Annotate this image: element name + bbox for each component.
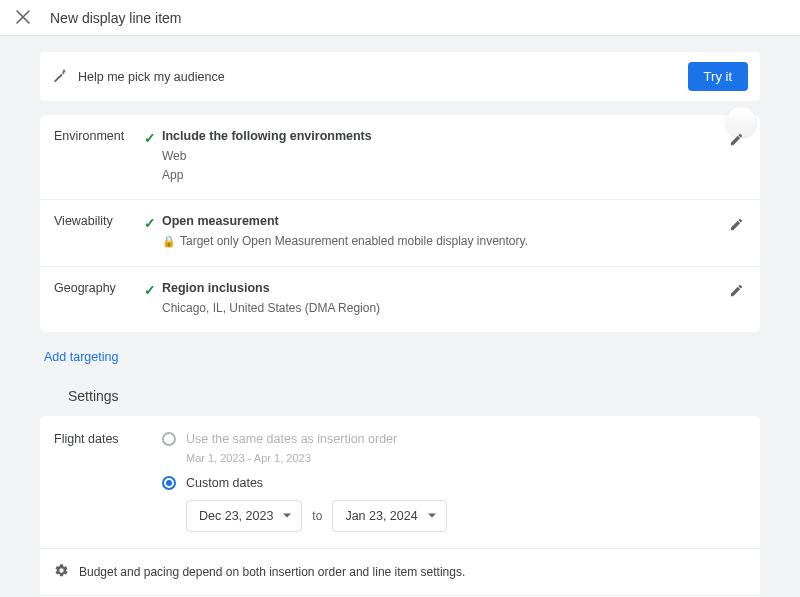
viewability-note: 🔒 Target only Open Measurement enabled m… <box>162 232 726 251</box>
to-label: to <box>312 509 322 523</box>
settings-card: Flight dates Use the same dates as inser… <box>40 416 760 597</box>
magic-wand-icon <box>52 67 68 86</box>
check-icon: ✓ <box>144 282 156 298</box>
edit-icon[interactable] <box>726 214 746 234</box>
try-it-button[interactable]: Try it <box>688 62 748 91</box>
audience-helper-bar: Help me pick my audience Try it <box>40 52 760 101</box>
edit-icon[interactable] <box>726 129 746 149</box>
environment-item: App <box>162 166 726 185</box>
gear-icon <box>54 563 69 581</box>
geography-heading: ✓ Region inclusions <box>162 281 726 295</box>
edit-icon[interactable] <box>726 281 746 301</box>
geography-region: Chicago, IL, United States (DMA Region) <box>162 299 726 318</box>
radio-icon <box>162 476 176 490</box>
audience-helper-text: Help me pick my audience <box>78 70 678 84</box>
budget-info-banner: Budget and pacing depend on both inserti… <box>40 549 760 596</box>
geography-row: Geography ✓ Region inclusions Chicago, I… <box>40 267 760 332</box>
environment-item: Web <box>162 147 726 166</box>
close-icon[interactable] <box>16 9 30 27</box>
start-date-dropdown[interactable]: Dec 23, 2023 <box>186 500 302 532</box>
settings-title: Settings <box>68 388 760 404</box>
targeting-card: Environment ✓ Include the following envi… <box>40 115 760 332</box>
check-icon: ✓ <box>144 130 156 146</box>
radio-icon <box>162 432 176 446</box>
page-title: New display line item <box>50 10 182 26</box>
flight-dates-row: Flight dates Use the same dates as inser… <box>40 416 760 549</box>
viewability-row: Viewability ✓ Open measurement 🔒 Target … <box>40 200 760 266</box>
same-dates-radio[interactable]: Use the same dates as insertion order <box>162 432 746 446</box>
add-targeting-link[interactable]: Add targeting <box>40 342 122 382</box>
check-icon: ✓ <box>144 215 156 231</box>
environment-heading: ✓ Include the following environments <box>162 129 726 143</box>
lock-icon: 🔒 <box>162 233 176 251</box>
environment-row: Environment ✓ Include the following envi… <box>40 115 760 200</box>
flight-dates-label: Flight dates <box>54 432 162 532</box>
viewability-heading: ✓ Open measurement <box>162 214 726 228</box>
custom-dates-radio[interactable]: Custom dates <box>162 476 746 490</box>
same-dates-range: Mar 1, 2023 - Apr 1, 2023 <box>186 452 746 464</box>
end-date-dropdown[interactable]: Jan 23, 2024 <box>332 500 446 532</box>
